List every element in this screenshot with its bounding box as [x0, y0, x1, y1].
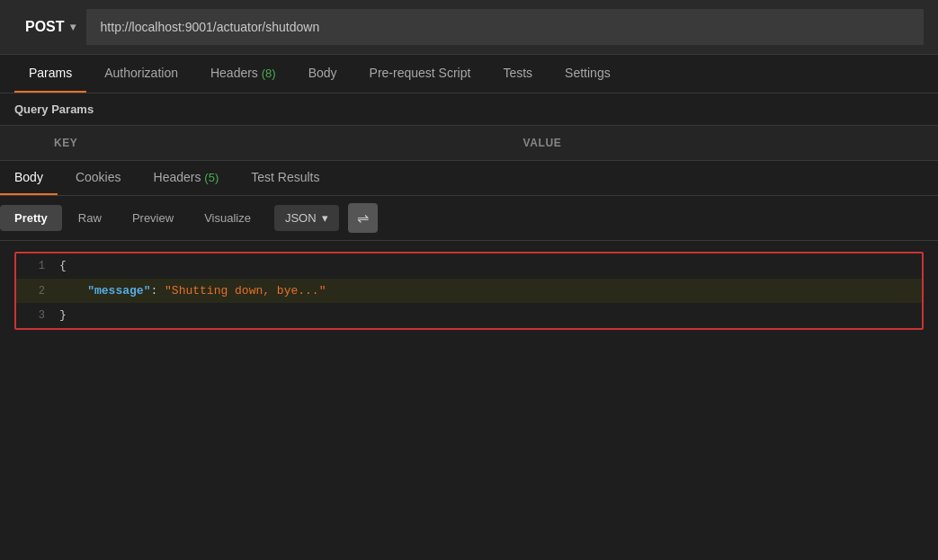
wrap-button[interactable]: ⇌ [348, 203, 378, 233]
json-format-label: JSON [285, 211, 317, 225]
line-number-1: 1 [16, 257, 59, 277]
query-params-label: Query Params [0, 93, 938, 126]
format-bar: Pretty Raw Preview Visualize JSON ▾ ⇌ [0, 196, 938, 241]
json-chevron-icon: ▾ [322, 211, 328, 225]
line-number-2: 2 [16, 282, 59, 302]
line-content-3: } [59, 305, 922, 325]
method-chevron-icon: ▾ [70, 21, 76, 33]
request-tabs: Params Authorization Headers (8) Body Pr… [0, 55, 938, 93]
line-number-3: 3 [16, 307, 59, 326]
tab-settings[interactable]: Settings [550, 55, 625, 93]
format-raw-button[interactable]: Raw [64, 205, 116, 231]
response-code-area: 1 { 2 "message": "Shutting down, bye..."… [14, 252, 924, 330]
tab-response-testresults[interactable]: Test Results [237, 161, 334, 195]
method-dropdown[interactable]: POST ▾ [14, 12, 86, 42]
response-tabs: Body Cookies Headers (5) Test Results [0, 161, 938, 196]
code-line-3: 3 } [16, 303, 922, 328]
tab-response-body[interactable]: Body [0, 161, 58, 195]
col-value-header: VALUE [509, 133, 939, 153]
format-preview-button[interactable]: Preview [118, 205, 188, 231]
tab-prerequest[interactable]: Pre-request Script [355, 55, 486, 93]
json-format-selector[interactable]: JSON ▾ [274, 205, 339, 231]
tab-headers[interactable]: Headers (8) [196, 55, 290, 93]
tab-response-headers[interactable]: Headers (5) [139, 161, 234, 195]
code-line-2: 2 "message": "Shutting down, bye..." [16, 279, 922, 304]
line-content-1: { [59, 255, 922, 276]
wrap-icon: ⇌ [357, 209, 369, 227]
format-pretty-button[interactable]: Pretty [0, 205, 62, 231]
tab-response-cookies[interactable]: Cookies [61, 161, 136, 195]
tab-tests[interactable]: Tests [488, 55, 547, 93]
tab-params[interactable]: Params [14, 55, 86, 93]
code-line-1: 1 { [16, 253, 922, 279]
tab-body[interactable]: Body [294, 55, 352, 93]
method-label: POST [25, 19, 65, 35]
line-content-2: "message": "Shutting down, bye..." [59, 280, 922, 301]
url-input[interactable] [86, 9, 924, 45]
params-table-header: KEY VALUE [0, 126, 938, 161]
format-visualize-button[interactable]: Visualize [190, 205, 265, 231]
col-key-header: KEY [0, 133, 509, 153]
url-bar: POST ▾ [0, 0, 938, 55]
tab-authorization[interactable]: Authorization [90, 55, 192, 93]
